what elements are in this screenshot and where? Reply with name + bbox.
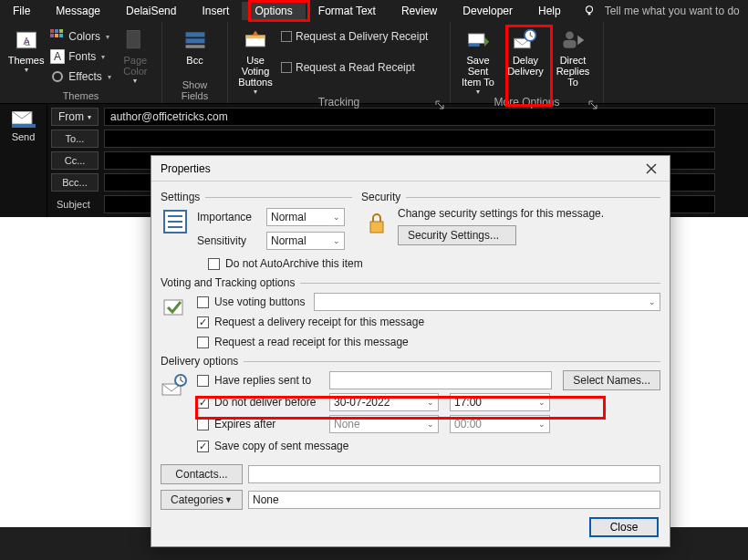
use-voting-checkbox[interactable] [197, 296, 209, 308]
cc-button[interactable]: Cc... [51, 151, 99, 170]
delivery-receipt-label: Request a delivery receipt for this mess… [214, 316, 424, 328]
voting-icon [161, 293, 190, 322]
save-copy-checkbox[interactable] [197, 441, 209, 452]
svg-rect-7 [59, 29, 63, 33]
importance-label: Importance [197, 211, 261, 223]
read-receipt-checkbox[interactable] [197, 337, 209, 348]
request-delivery-receipt-checkbox[interactable]: Request a Delivery Receipt [281, 27, 428, 46]
deliver-date-dropdown[interactable]: 30-07-2022⌄ [329, 393, 439, 411]
settings-label: Settings [161, 191, 200, 203]
svg-marker-23 [484, 37, 489, 47]
svg-rect-5 [50, 29, 54, 33]
tab-review[interactable]: Review [389, 2, 450, 20]
voting-buttons-dropdown[interactable]: ⌄ [314, 293, 660, 311]
contacts-button[interactable]: Contacts... [161, 464, 243, 484]
request-read-receipt-checkbox[interactable]: Request a Read Receipt [281, 58, 428, 77]
from-button[interactable]: From▾ [51, 108, 99, 126]
save-sent-item-to-button[interactable]: Save Sent Item To▾ [456, 24, 500, 96]
importance-dropdown[interactable]: Normal⌄ [266, 208, 345, 226]
tab-help[interactable]: Help [525, 2, 574, 20]
group-label-tracking: Tracking [234, 96, 444, 110]
svg-rect-33 [12, 124, 36, 128]
categories-value: None [248, 491, 660, 509]
read-receipt-label: Request a read receipt for this message [214, 336, 409, 348]
properties-dialog: Properties Settings Security Importa [151, 155, 670, 547]
have-replies-input[interactable] [329, 371, 552, 389]
svg-marker-31 [577, 36, 584, 46]
svg-rect-22 [469, 34, 485, 44]
bcc-button[interactable]: Bcc [173, 24, 217, 66]
theme-colors-button[interactable]: Colors▾ [50, 27, 110, 46]
do-not-deliver-label: Do not deliver before [214, 396, 324, 409]
group-label-moreoptions: More Options [456, 96, 597, 110]
from-field[interactable] [104, 108, 715, 126]
tab-options[interactable]: Options [242, 2, 305, 20]
svg-rect-17 [185, 45, 204, 48]
svg-rect-6 [55, 29, 58, 33]
security-settings-button[interactable]: Security Settings... [398, 225, 516, 245]
svg-point-0 [586, 6, 592, 13]
categories-button[interactable]: Categories▼ [161, 490, 243, 510]
expires-label: Expires after [214, 418, 324, 430]
tab-delaysend[interactable]: DelaiSend [113, 2, 189, 20]
themes-button[interactable]: Aa Themes ▾ [5, 24, 47, 74]
theme-effects-button[interactable]: Effects▾ [50, 67, 110, 86]
delay-delivery-button[interactable]: Delay Delivery [504, 24, 547, 77]
send-button[interactable]: Send [12, 131, 36, 142]
to-button[interactable]: To... [51, 130, 99, 148]
delivery-receipt-checkbox[interactable] [197, 316, 209, 328]
deliver-time-dropdown[interactable]: 17:00⌄ [450, 393, 550, 411]
svg-rect-40 [370, 222, 383, 233]
send-icon [12, 111, 36, 128]
sensitivity-dropdown[interactable]: Normal⌄ [266, 232, 345, 250]
to-field[interactable] [104, 130, 715, 148]
tracking-launcher-icon[interactable] [435, 99, 444, 109]
expires-checkbox[interactable] [197, 419, 209, 430]
close-button[interactable]: Close [589, 517, 659, 537]
svg-rect-8 [50, 34, 54, 37]
delivery-icon [161, 371, 190, 400]
svg-rect-30 [564, 40, 577, 48]
bcc-field-button[interactable]: Bcc... [51, 173, 99, 192]
sensitivity-label: Sensitivity [197, 234, 261, 247]
voting-tracking-label: Voting and Tracking options [161, 276, 295, 289]
svg-marker-20 [253, 31, 259, 36]
security-desc: Change security settings for this messag… [398, 207, 604, 220]
tellme-bulb-icon [583, 5, 596, 17]
voting-buttons[interactable]: Use Voting Buttons ▾ [234, 24, 277, 96]
page-color-button: Page Color ▾ [115, 24, 156, 85]
svg-rect-1 [587, 13, 590, 16]
tab-insert[interactable]: Insert [189, 2, 242, 20]
autoarchive-checkbox[interactable] [208, 258, 220, 270]
tab-message[interactable]: Message [43, 2, 113, 20]
settings-icon [161, 207, 190, 236]
tab-formattext[interactable]: Format Text [306, 2, 389, 20]
tab-file[interactable]: File [0, 2, 43, 20]
svg-point-13 [53, 72, 62, 81]
svg-rect-16 [185, 38, 204, 43]
save-copy-label: Save copy of sent message [214, 440, 348, 452]
svg-rect-9 [55, 34, 58, 37]
svg-point-29 [566, 31, 574, 39]
tell-me-search[interactable]: Tell me what you want to do [599, 2, 745, 20]
theme-fonts-button[interactable]: A Fonts▾ [50, 47, 110, 66]
security-label: Security [361, 191, 400, 203]
security-icon [361, 207, 390, 236]
svg-rect-10 [59, 34, 63, 37]
tab-developer[interactable]: Developer [450, 2, 525, 20]
have-replies-checkbox[interactable] [197, 375, 209, 387]
direct-replies-to-button[interactable]: Direct Replies To [551, 24, 595, 88]
moreoptions-launcher-icon[interactable] [588, 99, 597, 109]
use-voting-label: Use voting buttons [214, 296, 305, 308]
svg-text:A: A [54, 50, 61, 63]
expires-date-dropdown[interactable]: None⌄ [329, 415, 439, 433]
expires-time-dropdown[interactable]: 00:00⌄ [450, 415, 550, 433]
close-icon[interactable] [639, 159, 664, 179]
have-replies-label: Have replies sent to [214, 374, 324, 387]
select-names-button[interactable]: Select Names... [563, 370, 660, 390]
contacts-input[interactable] [248, 465, 660, 483]
group-label-themes: Themes [5, 90, 156, 103]
svg-rect-14 [128, 31, 140, 48]
do-not-deliver-checkbox[interactable] [197, 397, 209, 409]
delivery-options-label: Delivery options [161, 355, 238, 368]
